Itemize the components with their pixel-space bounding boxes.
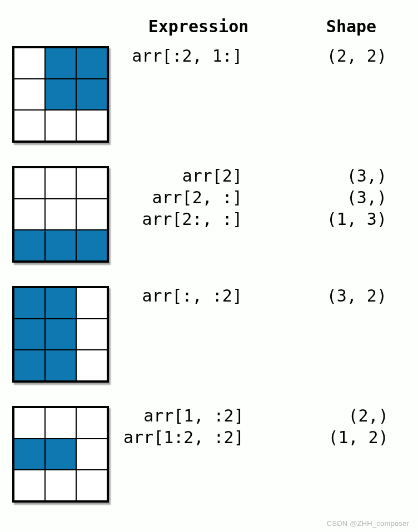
expression-text: arr[1, :2] (123, 406, 277, 425)
grid-cell (14, 110, 45, 141)
shape-text: (2, 2) (276, 46, 407, 66)
grid-cell (45, 439, 76, 470)
expression-text: arr[2] (123, 166, 276, 185)
text-column: arr[2] (3,) arr[2, :] (3,) arr[2:, :] (1… (123, 166, 407, 229)
grid-cell (45, 288, 76, 319)
grid-cell (14, 408, 45, 439)
grid-cell (76, 470, 107, 501)
text-column: arr[:, :2] (3, 2) (123, 286, 407, 305)
grid-cell (14, 230, 45, 261)
header-shape: Shape (296, 17, 407, 36)
expression-line: arr[2, :] (3,) (123, 188, 407, 207)
expression-line: arr[1:2, :2] (1, 2) (123, 428, 409, 447)
grid-cell (76, 288, 107, 319)
grid-cell (45, 230, 76, 261)
expression-text: arr[2, :] (123, 188, 276, 207)
grid-cell (45, 110, 76, 141)
grid-cell (45, 168, 76, 199)
grid-cell (14, 288, 45, 319)
expression-line: arr[1, :2] (2,) (123, 406, 409, 425)
expression-line: arr[:2, 1:] (2, 2) (123, 46, 407, 66)
diagram-page: Expression Shape arr[:2, 1:] (2, 2) (0, 0, 418, 532)
expression-text: arr[:, :2] (123, 286, 276, 305)
grid-cell (14, 199, 45, 230)
array-grid (12, 286, 109, 383)
shape-text: (3,) (276, 188, 407, 207)
example-row: arr[:, :2] (3, 2) (12, 286, 407, 383)
grid-cell (45, 319, 76, 350)
grid-cell (45, 408, 76, 439)
shape-text: (3, 2) (276, 286, 407, 305)
grid-cell (76, 439, 107, 470)
text-column: arr[:2, 1:] (2, 2) (123, 46, 407, 66)
shape-text: (1, 3) (276, 209, 407, 229)
grid-cell (14, 168, 45, 199)
example-row: arr[:2, 1:] (2, 2) (12, 46, 407, 143)
shape-text: (1, 2) (277, 428, 409, 447)
grid-cell (14, 439, 45, 470)
example-row: arr[2] (3,) arr[2, :] (3,) arr[2:, :] (1… (12, 166, 407, 263)
grid-cell (14, 319, 45, 350)
grid-cell (45, 79, 76, 110)
array-grid-wrap (12, 286, 123, 383)
array-grid (12, 406, 109, 503)
grid-cell (14, 350, 45, 381)
grid-cell (76, 350, 107, 381)
grid-cell (76, 408, 107, 439)
grid-cell (45, 48, 76, 79)
grid-cell (76, 319, 107, 350)
expression-text: arr[1:2, :2] (123, 428, 277, 447)
example-row: arr[1, :2] (2,) arr[1:2, :2] (1, 2) (12, 406, 407, 503)
grid-cell (45, 470, 76, 501)
grid-cell (45, 199, 76, 230)
array-grid (12, 166, 109, 263)
array-grid-wrap (12, 166, 123, 263)
array-grid-wrap (12, 46, 123, 143)
grid-cell (14, 79, 45, 110)
grid-cell (76, 168, 107, 199)
grid-cell (76, 230, 107, 261)
shape-text: (2,) (277, 406, 409, 425)
expression-text: arr[:2, 1:] (123, 46, 276, 66)
shape-text: (3,) (276, 166, 407, 185)
grid-cell (14, 470, 45, 501)
array-grid (12, 46, 109, 143)
grid-cell (76, 79, 107, 110)
watermark-text: CSDN @ZHH_composer (327, 519, 409, 528)
grid-cell (76, 110, 107, 141)
expression-text: arr[2:, :] (123, 209, 276, 229)
expression-line: arr[:, :2] (3, 2) (123, 286, 407, 305)
column-headers: Expression Shape (12, 17, 407, 36)
expression-line: arr[2] (3,) (123, 166, 407, 185)
grid-cell (76, 48, 107, 79)
grid-cell (14, 48, 45, 79)
array-grid-wrap (12, 406, 123, 503)
header-expression: Expression (123, 17, 296, 36)
expression-line: arr[2:, :] (1, 3) (123, 209, 407, 229)
grid-cell (45, 350, 76, 381)
text-column: arr[1, :2] (2,) arr[1:2, :2] (1, 2) (123, 406, 409, 447)
grid-cell (76, 199, 107, 230)
